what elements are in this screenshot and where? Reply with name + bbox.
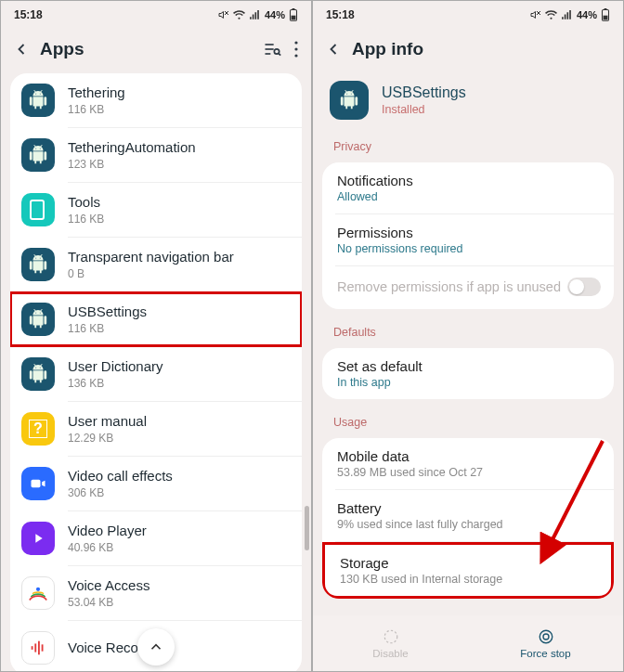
android-icon — [21, 357, 55, 391]
status-battery-pct: 44% — [577, 9, 597, 20]
svg-point-8 — [274, 49, 279, 54]
app-row-name: Tools — [68, 194, 104, 212]
app-row[interactable]: Transparent navigation bar0 B — [10, 238, 302, 291]
setting-set-default[interactable]: Set as default In this app — [322, 348, 614, 399]
android-icon — [21, 84, 55, 117]
svg-rect-3 — [292, 8, 295, 9]
status-time: 15:18 — [326, 8, 355, 21]
svg-point-11 — [294, 47, 297, 50]
app-row[interactable]: Video Player40.96 KB — [10, 511, 302, 565]
setting-mobile-data[interactable]: Mobile data 53.89 MB used since Oct 27 — [322, 438, 614, 489]
app-row-name: Voice Access — [68, 577, 150, 595]
phone-app-info: 15:18 44% App info USBSettings Installed — [312, 0, 624, 672]
disable-button: Disable — [313, 615, 468, 671]
more-icon[interactable] — [294, 41, 298, 58]
app-row-name: Transparent navigation bar — [68, 249, 234, 266]
app-row-size: 53.04 KB — [68, 596, 150, 609]
app-row-size: 116 KB — [68, 103, 125, 116]
status-right: 44% — [530, 8, 610, 21]
app-row[interactable]: User Dictionary136 KB — [10, 347, 302, 401]
apps-card: Tethering116 KBTetheringAutomation123 KB… — [10, 73, 302, 671]
scrollbar[interactable] — [305, 506, 309, 550]
app-row[interactable]: TetheringAutomation123 KB — [10, 128, 302, 182]
usage-card: Mobile data 53.89 MB used since Oct 27 B… — [322, 438, 614, 599]
wifi-icon — [233, 9, 245, 21]
section-usage-label: Usage — [313, 403, 623, 434]
back-button[interactable] — [322, 38, 344, 60]
app-row-size: 40.96 KB — [68, 541, 147, 554]
section-privacy-label: Privacy — [313, 127, 623, 159]
svg-rect-13 — [32, 480, 41, 487]
setting-storage[interactable]: Storage 130 KB used in Internal storage — [322, 542, 614, 599]
svg-rect-16 — [34, 643, 36, 652]
app-row-size: 123 KB — [68, 158, 196, 171]
app-row-size: 116 KB — [68, 322, 147, 335]
svg-rect-22 — [604, 8, 607, 9]
app-row[interactable]: USBSettings116 KB — [10, 292, 302, 346]
scroll-to-top-button[interactable] — [137, 628, 175, 666]
signal-icon — [561, 9, 573, 21]
svg-point-24 — [384, 630, 397, 643]
setting-notifications[interactable]: Notifications Allowed — [322, 162, 614, 213]
setting-remove-permissions[interactable]: Remove permissions if app is unused — [322, 266, 614, 309]
tools-icon — [21, 193, 55, 226]
section-defaults-label: Defaults — [313, 313, 623, 344]
svg-point-14 — [36, 588, 40, 591]
chevron-left-icon — [12, 40, 31, 58]
app-status: Installed — [382, 103, 466, 116]
setting-permissions[interactable]: Permissions No permissions required — [322, 214, 614, 265]
defaults-card: Set as default In this app — [322, 348, 614, 399]
force-stop-button[interactable]: Force stop — [468, 615, 623, 671]
app-row-size: 306 KB — [68, 486, 173, 499]
title-bar: Apps — [1, 29, 311, 70]
app-row[interactable]: User manual12.29 KB — [10, 402, 302, 456]
svg-rect-4 — [292, 16, 296, 20]
app-row-size: 136 KB — [68, 377, 163, 390]
bottom-bar: Disable Force stop — [313, 615, 623, 671]
chevron-left-icon — [324, 40, 343, 58]
svg-point-25 — [540, 630, 552, 643]
app-row[interactable]: Tethering116 KB — [10, 73, 302, 127]
user-manual-icon — [21, 412, 55, 446]
svg-rect-23 — [604, 16, 608, 20]
page-title: Apps — [40, 39, 255, 59]
app-icon — [330, 81, 369, 120]
status-bar: 15:18 44% — [313, 1, 623, 29]
status-battery-pct: 44% — [265, 9, 285, 20]
chevron-up-icon — [148, 639, 164, 655]
volume-mute-icon — [218, 9, 229, 20]
app-name: USBSettings — [382, 84, 466, 101]
status-time: 15:18 — [14, 8, 43, 21]
app-row-size: 12.29 KB — [68, 432, 147, 445]
app-row-name: User Dictionary — [68, 358, 163, 376]
status-right: 44% — [218, 8, 298, 21]
android-icon — [21, 248, 55, 281]
volume-mute-icon — [530, 9, 541, 20]
app-row-name: TetheringAutomation — [68, 139, 196, 157]
voice-access-icon — [21, 576, 55, 610]
back-button[interactable] — [10, 38, 32, 60]
app-header: USBSettings Installed — [313, 70, 623, 127]
app-row-name: Tethering — [68, 84, 125, 102]
title-bar: App info — [313, 29, 623, 70]
app-row[interactable]: Tools116 KB — [10, 183, 302, 237]
app-row[interactable]: Voice Access53.04 KB — [10, 566, 302, 620]
toggle-remove-permissions[interactable] — [567, 278, 601, 296]
android-icon — [21, 138, 55, 172]
privacy-card: Notifications Allowed Permissions No per… — [322, 162, 614, 309]
app-row-name: Video Player — [68, 523, 147, 540]
app-row-name: Video call effects — [68, 468, 173, 485]
android-icon — [21, 303, 55, 336]
svg-rect-18 — [42, 644, 44, 651]
wifi-icon — [545, 9, 557, 21]
video-player-icon — [21, 522, 55, 555]
page-title: App info — [352, 39, 614, 59]
setting-battery[interactable]: Battery 9% used since last fully charged — [322, 490, 614, 541]
app-row-size: 0 B — [68, 267, 234, 280]
app-row-name: USBSettings — [68, 304, 147, 321]
svg-point-26 — [543, 634, 549, 640]
search-filter-icon[interactable] — [263, 40, 281, 58]
app-row[interactable]: Video call effects306 KB — [10, 457, 302, 510]
svg-point-12 — [294, 54, 297, 57]
status-bar: 15:18 44% — [1, 1, 311, 29]
